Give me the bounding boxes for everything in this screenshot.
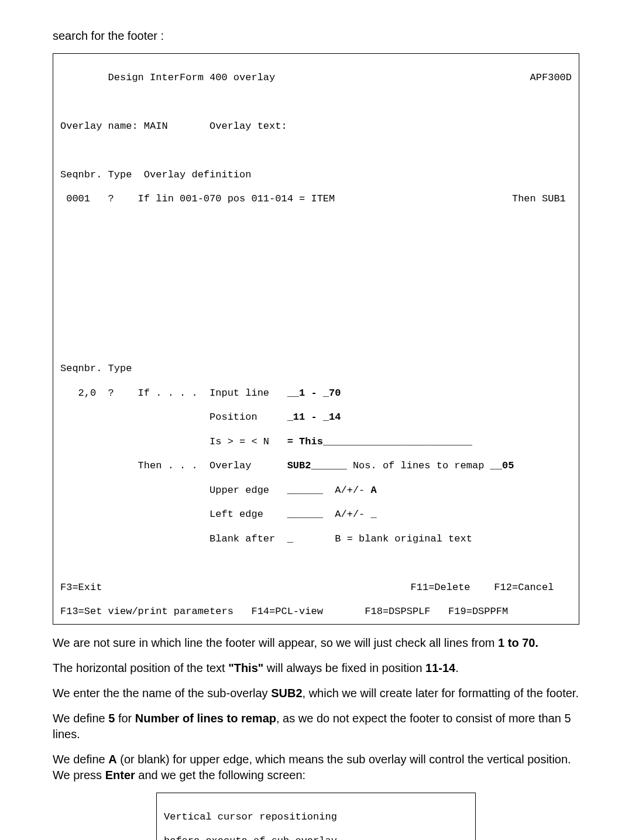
t1-then-rest2: __05 [490,460,514,471]
t1-upper-label: Upper edge ______ A/+/- [60,485,371,496]
t1-then-rest1: Nos. of lines to remap [347,460,490,471]
para4: We define 5 for Number of lines to remap… [53,711,579,742]
intro-text: search for the footer : [53,28,579,44]
t1-fkeys1-right: F11=Delete F12=Cancel [411,582,572,594]
t1-rule-left: 0001 ? If lin 001-070 pos 011-014 = ITEM [60,193,335,204]
para5a: We define [53,753,108,766]
para5d: Enter [105,769,135,781]
para4d: Number of lines to remap [135,712,276,725]
t1-if-val: __1 - _70 [287,388,341,399]
t1-title-right: APF300D [530,72,572,84]
para2: The horizontal position of the text "Thi… [53,660,579,676]
para2e: . [455,661,459,674]
para3c: , which we will create later for formatt… [303,687,579,700]
para2a: The horizontal position of the text [53,661,228,674]
para1b: 1 to 70. [498,636,538,649]
para2b: "This" [228,661,263,674]
t1-overlay-name: Overlay name: MAIN Overlay text: [60,121,572,133]
t1-fkeys2: F13=Set view/print parameters F14=PCL-vi… [60,606,572,618]
t1-then-label: Then . . . Overlay [60,460,287,471]
t1-fkeys1-left: F3=Exit [60,582,102,593]
para3b: SUB2 [271,687,302,700]
t1-is-label: Is > = < N [60,436,287,447]
para5: We define A (or blank) for upper edge, w… [53,752,579,783]
para1a: We are not sure in which line the footer… [53,636,498,649]
t1-left-label: Left edge ______ A/+/- _ [60,509,572,521]
para5b: A [108,753,116,766]
t1-pos-label: Position [60,412,287,423]
para4c: for [115,712,135,725]
t1-blank-label: Blank after _ B = blank original text [60,533,572,546]
para3: We enter the the name of the sub-overlay… [53,685,579,701]
terminal-overlay-definition: Design InterForm 400 overlayAPF300D Over… [53,53,579,625]
t1-seqnbr-type: Seqnbr. Type [60,363,572,375]
para5e: and we get the following screen: [135,769,305,781]
t1-rule-right: Then SUB1 [512,193,572,205]
t1-is-val: = This_________________________ [287,436,472,447]
t1-upper-val: A [371,485,377,496]
para2d: 11-14 [425,661,455,674]
t1-then-sub: SUB2______ [287,460,347,471]
t1-title-left: Design InterForm 400 overlay [60,72,275,83]
para2c: will always be fixed in position [263,661,425,674]
para4a: We define [53,712,108,725]
t1-pos-val: _11 - _14 [287,412,341,423]
t2-l1: Vertical cursor repositioning [164,811,468,824]
terminal-cursor-repositioning: Vertical cursor repositioning before exe… [156,793,476,840]
para4b: 5 [108,712,115,725]
para3a: We enter the the name of the sub-overlay [53,687,271,700]
t1-header1: Seqnbr. Type Overlay definition [60,169,572,181]
t1-if-label: 2,0 ? If . . . . Input line [60,388,287,399]
t2-l2: before execute of sub overlay [164,835,468,840]
para1: We are not sure in which line the footer… [53,635,579,651]
